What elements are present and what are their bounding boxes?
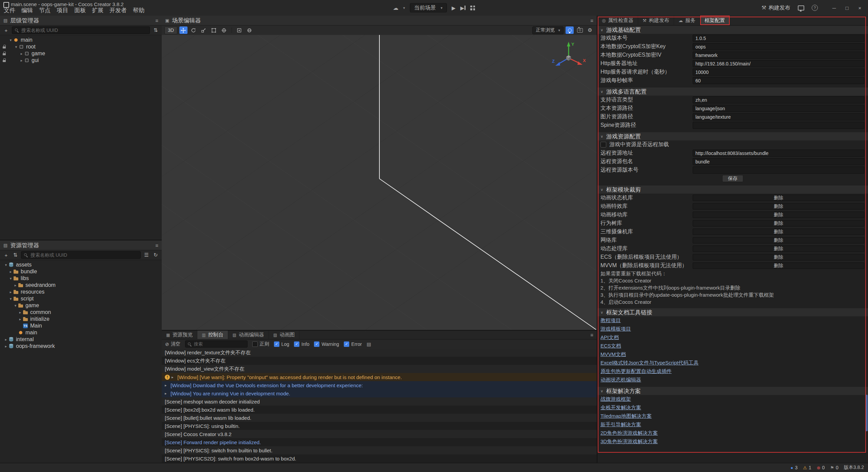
pivot-toggle-button[interactable] [235, 26, 243, 34]
section-header-resources[interactable]: 游戏资源配置 [597, 132, 868, 140]
asset-node[interactable]: resources [0, 289, 162, 295]
expand-arrow-icon[interactable] [3, 263, 8, 267]
checkbox[interactable] [252, 341, 258, 347]
menu-item[interactable]: 扩展 [89, 5, 106, 15]
solution-link[interactable]: 3D角色扮演游戏解决方案 [600, 438, 658, 445]
section-header-docs[interactable]: 框架文档工具链接 [597, 308, 868, 316]
console-tab[interactable]: 动画编辑器 [228, 331, 269, 339]
expand-arrow-icon[interactable] [8, 290, 13, 294]
rect-tool-button[interactable] [210, 26, 218, 34]
log-row[interactable]: [Window] model_view文件夹不存在 [162, 365, 597, 373]
expand-arrow-icon[interactable] [165, 383, 171, 388]
checkbox[interactable] [274, 341, 279, 347]
camera-settings-button[interactable] [576, 26, 584, 34]
asset-node[interactable]: seedrandom [0, 282, 162, 289]
delete-module-button[interactable]: 删除 [693, 262, 864, 269]
expand-arrow-icon[interactable] [18, 310, 23, 315]
log-row[interactable]: [Window] You are running Vue in developm… [162, 389, 597, 397]
scene-select-dropdown[interactable]: 当前场景 ▾ [410, 3, 447, 13]
doc-link[interactable]: MVVM文档 [600, 351, 626, 358]
expand-arrow-icon[interactable] [8, 297, 13, 301]
field-input[interactable] [693, 52, 864, 59]
log-row[interactable]: [Scene] Forward render pipeline initiali… [162, 438, 597, 446]
delete-module-button[interactable]: 删除 [693, 220, 864, 227]
doc-link[interactable]: Excel格式转Json文件与TypeScript代码工具 [600, 360, 698, 366]
solution-link[interactable]: 新手引导解决方案 [600, 421, 641, 428]
expand-arrow-icon[interactable] [8, 276, 13, 281]
expand-arrow-icon[interactable] [19, 52, 24, 56]
panel-menu-icon[interactable]: ≡ [590, 332, 597, 338]
hierarchy-node[interactable]: root [0, 43, 162, 50]
solution-link[interactable]: 全栈开发解决方案 [600, 405, 641, 411]
log-filter[interactable]: Log [274, 341, 289, 347]
minimize-button[interactable]: ─ [829, 3, 840, 13]
delete-module-button[interactable]: 删除 [693, 229, 864, 235]
log-row[interactable]: [Window] ecs文件夹不存在 [162, 357, 597, 365]
log-filter[interactable]: 正则 [252, 341, 269, 347]
inspector-tab[interactable]: 构建发布 [638, 16, 674, 25]
section-header-modules[interactable]: 框架模块裁剪 [597, 185, 868, 194]
coordinate-toggle-button[interactable] [245, 26, 254, 34]
solution-link[interactable]: Tiledmap地图解决方案 [600, 413, 652, 419]
lock-icon[interactable] [2, 52, 6, 55]
filter-icon[interactable]: ☰ [143, 252, 150, 258]
delete-module-button[interactable]: 删除 [693, 245, 864, 252]
status-counter[interactable]: 3 [791, 465, 798, 470]
scale-tool-button[interactable] [200, 26, 208, 34]
asset-node[interactable]: initialize [0, 316, 162, 322]
expand-arrow-icon[interactable] [8, 38, 13, 42]
step-button[interactable]: ▶ [460, 5, 466, 11]
field-input[interactable] [693, 77, 864, 84]
build-publish-button[interactable]: ⚒ 构建发布 [762, 4, 790, 12]
asset-node[interactable]: oops-framework [0, 343, 162, 350]
scene-settings-button[interactable]: ⚙ [586, 26, 594, 34]
section-header-language[interactable]: 游戏多语言配置 [597, 87, 868, 96]
clear-console-button[interactable]: ⊘ 清空 [165, 341, 180, 347]
maximize-button[interactable]: □ [842, 3, 852, 13]
expand-arrow-icon[interactable] [165, 391, 171, 396]
log-filter[interactable]: Warning [314, 341, 339, 347]
expand-arrow-icon[interactable] [3, 337, 8, 342]
asset-node[interactable]: Main [0, 322, 162, 329]
log-row[interactable]: [Scene] [PHYSICS2D]: switch from box2d-w… [162, 454, 597, 463]
doc-link[interactable]: 教程项目 [600, 317, 621, 324]
scrollbar-thumb[interactable] [866, 395, 868, 431]
status-counter[interactable]: 0 [817, 465, 825, 470]
solution-link[interactable]: 战旗游戏框架 [600, 396, 631, 402]
preview-platform-icon[interactable]: ☁ [393, 5, 398, 11]
mode-3d-button[interactable]: 3D [164, 26, 177, 34]
console-search[interactable] [185, 340, 248, 348]
status-counter[interactable]: 0 [830, 465, 838, 470]
assets-search[interactable] [21, 251, 141, 259]
menu-item[interactable]: 项目 [54, 5, 71, 15]
asset-node[interactable]: assets [0, 261, 162, 268]
menu-item[interactable]: 节点 [36, 5, 54, 15]
lighting-toggle-button[interactable] [566, 26, 574, 34]
inspector-tab[interactable]: 服务 [674, 16, 700, 25]
hierarchy-node[interactable]: game [0, 50, 162, 57]
log-row[interactable]: [Scene] meshopt wasm decoder initialized [162, 397, 597, 406]
console-tab[interactable]: 动画图 [269, 331, 299, 339]
rotate-tool-button[interactable] [190, 26, 198, 34]
expand-arrow-icon[interactable] [172, 375, 177, 379]
preview-window-icon[interactable] [798, 5, 804, 11]
field-input[interactable] [693, 68, 864, 76]
hierarchy-search[interactable] [12, 26, 150, 34]
delete-module-button[interactable]: 删除 [693, 237, 864, 243]
doc-link[interactable]: 游戏模板项目 [600, 326, 631, 332]
expand-arrow-icon[interactable] [19, 58, 24, 63]
log-row[interactable]: [Scene] [box2d]:box2d wasm lib loaded. [162, 406, 597, 414]
expand-arrow-icon[interactable] [13, 303, 18, 308]
asset-node[interactable]: game [0, 302, 162, 309]
delete-module-button[interactable]: 删除 [693, 195, 864, 201]
log-filter[interactable]: Info [294, 341, 309, 347]
expand-arrow-icon[interactable] [14, 45, 19, 49]
solution-link[interactable]: 2D角色扮演游戏解决方案 [600, 430, 658, 436]
export-log-icon[interactable]: ▤ [367, 341, 371, 347]
console-tab[interactable]: 资源预览 [162, 331, 197, 339]
scene-viewport[interactable]: Y X Z [162, 35, 597, 330]
close-button[interactable]: × [854, 3, 865, 13]
menu-item[interactable]: 面板 [71, 5, 89, 15]
lock-icon[interactable] [2, 58, 6, 62]
hierarchy-node[interactable]: main [0, 37, 162, 43]
